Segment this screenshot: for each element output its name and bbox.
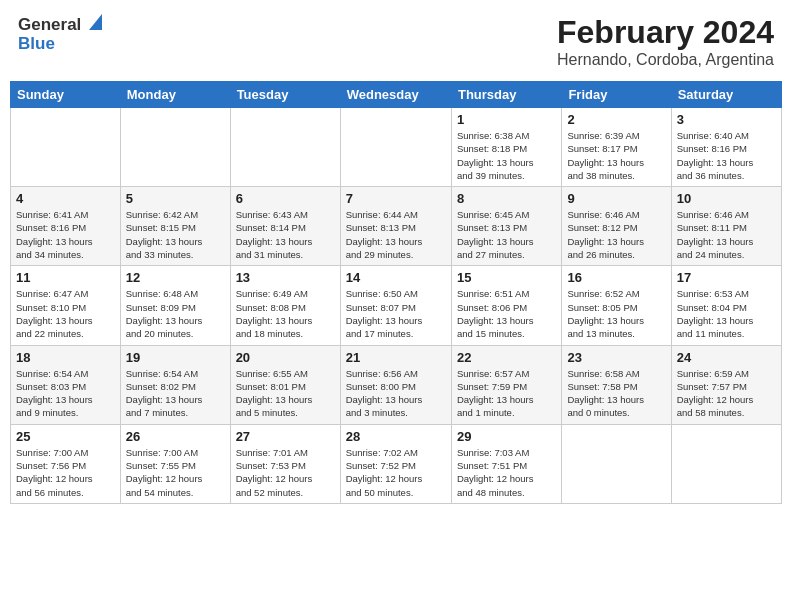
calendar-cell: 13Sunrise: 6:49 AM Sunset: 8:08 PM Dayli… xyxy=(230,266,340,345)
day-number: 19 xyxy=(126,350,225,365)
header-row: Sunday Monday Tuesday Wednesday Thursday… xyxy=(11,82,782,108)
day-number: 27 xyxy=(236,429,335,444)
day-number: 5 xyxy=(126,191,225,206)
day-number: 1 xyxy=(457,112,556,127)
logo: General Blue xyxy=(18,14,102,53)
calendar-week-2: 4Sunrise: 6:41 AM Sunset: 8:16 PM Daylig… xyxy=(11,187,782,266)
day-info: Sunrise: 7:00 AM Sunset: 7:55 PM Dayligh… xyxy=(126,446,225,499)
day-number: 15 xyxy=(457,270,556,285)
day-number: 21 xyxy=(346,350,446,365)
day-info: Sunrise: 6:48 AM Sunset: 8:09 PM Dayligh… xyxy=(126,287,225,340)
day-info: Sunrise: 6:39 AM Sunset: 8:17 PM Dayligh… xyxy=(567,129,665,182)
day-number: 25 xyxy=(16,429,115,444)
day-number: 8 xyxy=(457,191,556,206)
day-info: Sunrise: 6:49 AM Sunset: 8:08 PM Dayligh… xyxy=(236,287,335,340)
calendar-cell: 9Sunrise: 6:46 AM Sunset: 8:12 PM Daylig… xyxy=(562,187,671,266)
day-number: 7 xyxy=(346,191,446,206)
day-info: Sunrise: 6:52 AM Sunset: 8:05 PM Dayligh… xyxy=(567,287,665,340)
day-number: 14 xyxy=(346,270,446,285)
header-monday: Monday xyxy=(120,82,230,108)
calendar-cell: 11Sunrise: 6:47 AM Sunset: 8:10 PM Dayli… xyxy=(11,266,121,345)
day-number: 13 xyxy=(236,270,335,285)
page-subtitle: Hernando, Cordoba, Argentina xyxy=(557,51,774,69)
day-info: Sunrise: 6:47 AM Sunset: 8:10 PM Dayligh… xyxy=(16,287,115,340)
day-info: Sunrise: 6:40 AM Sunset: 8:16 PM Dayligh… xyxy=(677,129,776,182)
day-info: Sunrise: 6:55 AM Sunset: 8:01 PM Dayligh… xyxy=(236,367,335,420)
day-number: 16 xyxy=(567,270,665,285)
day-info: Sunrise: 6:54 AM Sunset: 8:03 PM Dayligh… xyxy=(16,367,115,420)
day-number: 4 xyxy=(16,191,115,206)
day-number: 20 xyxy=(236,350,335,365)
header-wednesday: Wednesday xyxy=(340,82,451,108)
calendar-cell xyxy=(562,424,671,503)
calendar-cell: 12Sunrise: 6:48 AM Sunset: 8:09 PM Dayli… xyxy=(120,266,230,345)
calendar-cell: 8Sunrise: 6:45 AM Sunset: 8:13 PM Daylig… xyxy=(451,187,561,266)
day-number: 2 xyxy=(567,112,665,127)
calendar-cell: 14Sunrise: 6:50 AM Sunset: 8:07 PM Dayli… xyxy=(340,266,451,345)
calendar-cell: 21Sunrise: 6:56 AM Sunset: 8:00 PM Dayli… xyxy=(340,345,451,424)
day-number: 17 xyxy=(677,270,776,285)
day-number: 29 xyxy=(457,429,556,444)
day-number: 3 xyxy=(677,112,776,127)
calendar-cell xyxy=(340,108,451,187)
svg-marker-0 xyxy=(89,14,102,30)
day-info: Sunrise: 6:51 AM Sunset: 8:06 PM Dayligh… xyxy=(457,287,556,340)
calendar-cell: 19Sunrise: 6:54 AM Sunset: 8:02 PM Dayli… xyxy=(120,345,230,424)
calendar-cell: 28Sunrise: 7:02 AM Sunset: 7:52 PM Dayli… xyxy=(340,424,451,503)
day-number: 28 xyxy=(346,429,446,444)
calendar-cell: 10Sunrise: 6:46 AM Sunset: 8:11 PM Dayli… xyxy=(671,187,781,266)
day-info: Sunrise: 7:03 AM Sunset: 7:51 PM Dayligh… xyxy=(457,446,556,499)
header-sunday: Sunday xyxy=(11,82,121,108)
day-number: 23 xyxy=(567,350,665,365)
calendar-cell xyxy=(120,108,230,187)
day-number: 24 xyxy=(677,350,776,365)
day-info: Sunrise: 6:45 AM Sunset: 8:13 PM Dayligh… xyxy=(457,208,556,261)
calendar-body: 1Sunrise: 6:38 AM Sunset: 8:18 PM Daylig… xyxy=(11,108,782,504)
day-info: Sunrise: 6:38 AM Sunset: 8:18 PM Dayligh… xyxy=(457,129,556,182)
day-info: Sunrise: 6:46 AM Sunset: 8:12 PM Dayligh… xyxy=(567,208,665,261)
day-number: 12 xyxy=(126,270,225,285)
calendar-cell: 15Sunrise: 6:51 AM Sunset: 8:06 PM Dayli… xyxy=(451,266,561,345)
title-area: February 2024 Hernando, Cordoba, Argenti… xyxy=(557,14,774,69)
day-info: Sunrise: 6:43 AM Sunset: 8:14 PM Dayligh… xyxy=(236,208,335,261)
calendar-cell: 2Sunrise: 6:39 AM Sunset: 8:17 PM Daylig… xyxy=(562,108,671,187)
calendar-cell: 20Sunrise: 6:55 AM Sunset: 8:01 PM Dayli… xyxy=(230,345,340,424)
page-header: General Blue February 2024 Hernando, Cor… xyxy=(10,10,782,73)
day-number: 9 xyxy=(567,191,665,206)
header-tuesday: Tuesday xyxy=(230,82,340,108)
calendar-week-4: 18Sunrise: 6:54 AM Sunset: 8:03 PM Dayli… xyxy=(11,345,782,424)
day-info: Sunrise: 6:56 AM Sunset: 8:00 PM Dayligh… xyxy=(346,367,446,420)
day-info: Sunrise: 6:41 AM Sunset: 8:16 PM Dayligh… xyxy=(16,208,115,261)
calendar-week-3: 11Sunrise: 6:47 AM Sunset: 8:10 PM Dayli… xyxy=(11,266,782,345)
calendar-cell: 16Sunrise: 6:52 AM Sunset: 8:05 PM Dayli… xyxy=(562,266,671,345)
calendar-cell: 23Sunrise: 6:58 AM Sunset: 7:58 PM Dayli… xyxy=(562,345,671,424)
day-info: Sunrise: 7:01 AM Sunset: 7:53 PM Dayligh… xyxy=(236,446,335,499)
day-number: 6 xyxy=(236,191,335,206)
calendar-week-5: 25Sunrise: 7:00 AM Sunset: 7:56 PM Dayli… xyxy=(11,424,782,503)
calendar-cell: 17Sunrise: 6:53 AM Sunset: 8:04 PM Dayli… xyxy=(671,266,781,345)
day-info: Sunrise: 6:46 AM Sunset: 8:11 PM Dayligh… xyxy=(677,208,776,261)
day-info: Sunrise: 7:00 AM Sunset: 7:56 PM Dayligh… xyxy=(16,446,115,499)
calendar-cell: 5Sunrise: 6:42 AM Sunset: 8:15 PM Daylig… xyxy=(120,187,230,266)
calendar-cell xyxy=(11,108,121,187)
day-info: Sunrise: 6:53 AM Sunset: 8:04 PM Dayligh… xyxy=(677,287,776,340)
calendar-week-1: 1Sunrise: 6:38 AM Sunset: 8:18 PM Daylig… xyxy=(11,108,782,187)
calendar-cell: 18Sunrise: 6:54 AM Sunset: 8:03 PM Dayli… xyxy=(11,345,121,424)
day-number: 22 xyxy=(457,350,556,365)
header-friday: Friday xyxy=(562,82,671,108)
day-info: Sunrise: 6:54 AM Sunset: 8:02 PM Dayligh… xyxy=(126,367,225,420)
day-number: 18 xyxy=(16,350,115,365)
header-saturday: Saturday xyxy=(671,82,781,108)
logo-triangle-icon xyxy=(84,14,102,37)
calendar-cell: 4Sunrise: 6:41 AM Sunset: 8:16 PM Daylig… xyxy=(11,187,121,266)
calendar-cell: 26Sunrise: 7:00 AM Sunset: 7:55 PM Dayli… xyxy=(120,424,230,503)
logo-blue: Blue xyxy=(18,35,102,54)
day-info: Sunrise: 6:44 AM Sunset: 8:13 PM Dayligh… xyxy=(346,208,446,261)
day-info: Sunrise: 6:59 AM Sunset: 7:57 PM Dayligh… xyxy=(677,367,776,420)
day-info: Sunrise: 7:02 AM Sunset: 7:52 PM Dayligh… xyxy=(346,446,446,499)
day-number: 26 xyxy=(126,429,225,444)
header-thursday: Thursday xyxy=(451,82,561,108)
calendar-cell: 7Sunrise: 6:44 AM Sunset: 8:13 PM Daylig… xyxy=(340,187,451,266)
day-number: 11 xyxy=(16,270,115,285)
page-title: February 2024 xyxy=(557,14,774,51)
